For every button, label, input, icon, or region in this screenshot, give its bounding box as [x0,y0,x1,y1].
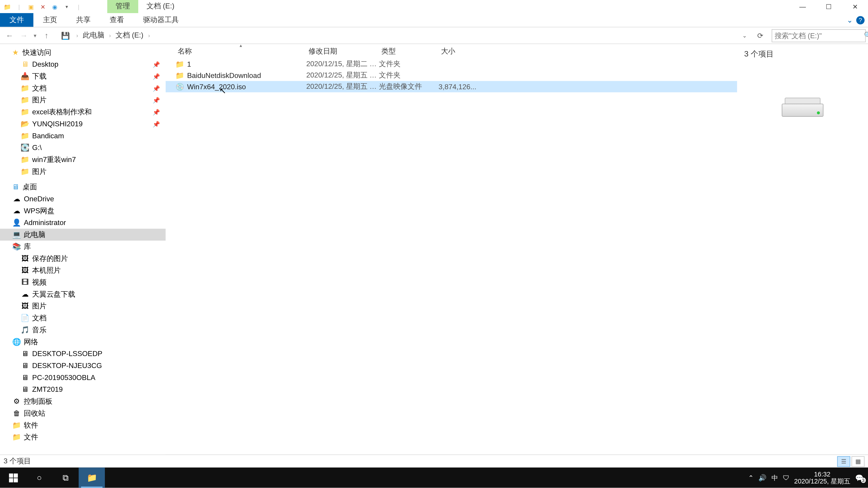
refresh-button[interactable]: ⟳ [754,29,767,42]
help-icon[interactable]: ? [856,16,865,24]
svg-rect-0 [8,473,13,477]
pin-icon: 📌 [153,85,160,92]
pictures-icon: 🖼 [20,301,30,311]
column-headers: 名称 ▴ 修改日期 类型 大小 [166,44,737,58]
user-icon: 👤 [12,218,22,228]
recent-locations-icon[interactable]: ▾ [31,28,39,42]
nav-item[interactable]: 🗑回收站 [0,408,166,419]
nav-item[interactable]: ☁OneDrive [0,193,166,205]
ribbon-tab-home[interactable]: 主页 [33,13,67,27]
nav-item[interactable]: 📚库 [0,240,166,253]
nav-item[interactable]: 🖥ZMT2019 [0,384,166,396]
tray-security-icon[interactable]: 🛡 [783,474,789,481]
nav-item[interactable]: 🖥DESKTOP-NJEU3CG [0,360,166,372]
tray-overflow-icon[interactable]: ⌃ [748,474,754,482]
column-name[interactable]: 名称 ▴ [175,46,306,56]
search-input[interactable] [775,31,864,39]
file-row[interactable]: 📁BaiduNetdiskDownload2020/12/25, 星期五 1..… [166,70,737,81]
nav-item[interactable]: 📂YUNQISHI2019📌 [0,118,166,130]
windows-icon [8,473,18,482]
task-view-button[interactable]: ⧉ [53,467,79,488]
nav-item-label: 此电脑 [24,230,45,240]
file-row[interactable]: 💿Win7x64_2020.iso2020/12/25, 星期五 1...光盘映… [166,81,737,92]
nav-item-label: 库 [24,241,31,252]
search-box[interactable]: 🔍 [772,29,866,42]
nav-item[interactable]: ☁WPS网盘 [0,205,166,217]
column-date[interactable]: 修改日期 [306,46,379,56]
tray-ime-indicator[interactable]: 中 [772,473,778,482]
minimize-button[interactable]: — [789,0,816,13]
maximize-button[interactable]: ☐ [816,0,842,13]
nav-item[interactable]: 📄文档 [0,312,166,324]
folder-icon: 📁 [175,59,185,69]
nav-item[interactable]: 🖼保存的图片 [0,253,166,265]
taskbar-file-explorer[interactable]: 📁 [79,467,105,488]
nav-item[interactable]: 📁图片 [0,166,166,177]
back-button[interactable]: ← [2,28,17,42]
folder-icon: 💽 [20,143,30,153]
nav-item[interactable]: 🖼图片 [0,300,166,312]
nav-item[interactable]: ☁天翼云盘下载 [0,288,166,300]
crumb-sep-icon[interactable]: › [74,33,81,38]
file-rows[interactable]: ↖ 📁12020/12/15, 星期二 1...文件夹📁BaiduNetdisk… [166,58,737,454]
action-center-button[interactable]: 💬3 [855,474,864,482]
nav-group-quick-access[interactable]: ★ 快速访问 [0,46,166,59]
nav-item[interactable]: 💻此电脑 [0,229,166,240]
contextual-tab-group: 管理 文档 (E:) [107,0,183,13]
ribbon-tab-share[interactable]: 共享 [67,13,100,27]
nav-item[interactable]: 🖥PC-20190530OBLA [0,372,166,384]
view-details-button[interactable]: ☰ [837,456,850,466]
nav-item[interactable]: 🌐网络 [0,336,166,348]
ribbon-tab-drive-tools[interactable]: 驱动器工具 [133,13,188,27]
nav-item[interactable]: 📁Bandicam [0,130,166,142]
crumb-drive[interactable]: 文档 (E:) [114,30,145,40]
qat-undo-icon[interactable]: ◉ [50,2,59,11]
nav-group-desktop[interactable]: 🖥 桌面 [0,181,166,193]
ribbon-tab-view[interactable]: 查看 [100,13,133,27]
address-breadcrumb[interactable]: 💾 › 此电脑 › 文档 (E:) › [58,30,741,40]
qat-new-folder-icon[interactable]: ✕ [38,2,48,11]
nav-item[interactable]: 🖼本机照片 [0,264,166,276]
nav-item[interactable]: 📥下载📌 [0,70,166,82]
ribbon-collapse-icon[interactable]: ⌄ [847,16,852,24]
nav-item[interactable]: 📁图片📌 [0,94,166,106]
nav-item[interactable]: 👤Administrator [0,217,166,229]
pc-net-icon: 🖥 [20,361,30,370]
navigation-pane[interactable]: ★ 快速访问 🖥Desktop📌📥下载📌📁文档📌📁图片📌📁excel表格制作求和… [0,44,166,454]
crumb-sep-icon[interactable]: › [107,33,113,38]
column-type[interactable]: 类型 [379,46,438,56]
qat-properties-icon[interactable]: ▣ [26,2,36,11]
pin-icon: 📌 [153,73,160,79]
ribbon-tab-file[interactable]: 文件 [0,13,33,27]
nav-item[interactable]: 📁excel表格制作求和📌 [0,106,166,118]
nav-item[interactable]: 📁文件 [0,431,166,443]
start-button[interactable] [0,467,26,488]
taskbar-clock[interactable]: 16:32 2020/12/25, 星期五 [794,470,850,485]
crumb-sep-icon[interactable]: › [146,33,152,38]
ribbon: 文件 主页 共享 查看 驱动器工具 ⌄ ? [0,13,868,27]
forward-button[interactable]: → [17,28,31,42]
view-large-icons-button[interactable]: ▦ [851,456,865,466]
nav-item[interactable]: 📁软件 [0,419,166,431]
up-button[interactable]: ↑ [39,28,54,42]
drive-thumbnail [782,95,824,119]
file-row[interactable]: 📁12020/12/15, 星期二 1...文件夹 [166,58,737,70]
tray-volume-icon[interactable]: 🔊 [758,474,767,482]
nav-item[interactable]: 🎞视频 [0,276,166,288]
qat-dropdown-icon[interactable]: ▾ [62,2,71,11]
qat-divider: | [14,2,24,11]
file-date: 2020/12/15, 星期二 1... [306,59,379,69]
taskbar-search-button[interactable]: ○ [26,467,53,488]
nav-item[interactable]: 💽G:\ [0,142,166,154]
close-button[interactable]: ✕ [842,0,868,13]
search-icon[interactable]: 🔍 [864,32,868,39]
nav-item[interactable]: 🎵音乐 [0,324,166,336]
nav-item[interactable]: ⚙控制面板 [0,395,166,408]
nav-item[interactable]: 📁win7重装win7 [0,154,166,166]
nav-item[interactable]: 🖥Desktop📌 [0,58,166,70]
crumb-this-pc[interactable]: 此电脑 [82,30,105,40]
column-size[interactable]: 大小 [438,46,475,56]
nav-item[interactable]: 🖥DESKTOP-LSSOEDP [0,348,166,360]
address-dropdown-icon[interactable]: ⌄ [741,28,749,42]
nav-item[interactable]: 📁文档📌 [0,82,166,94]
